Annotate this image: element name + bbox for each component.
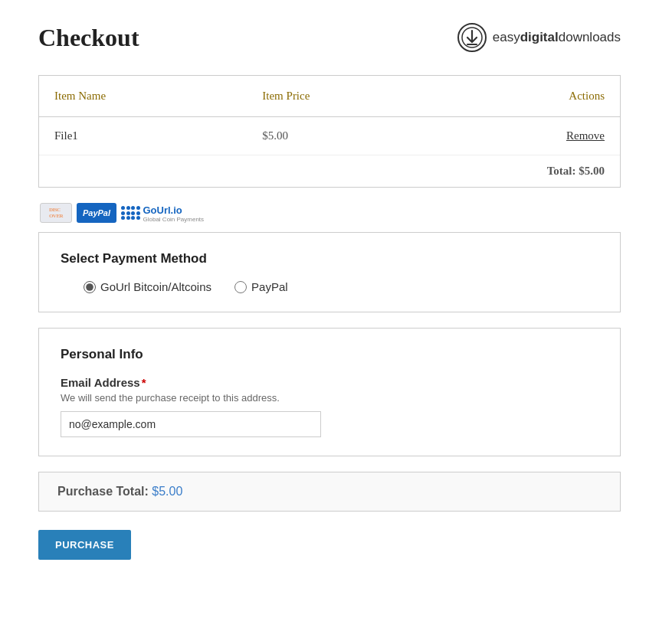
gourl-label: GoUrl.io (143, 204, 182, 216)
purchase-total-label: Purchase Total: (57, 485, 149, 498)
payment-icons-bar: DISCOVER PayPal GoUrl.io Global Coin Pay… (38, 203, 621, 223)
payment-options: GoUrl Bitcoin/Altcoins PayPal (61, 280, 598, 293)
brand-logo-icon (457, 23, 487, 52)
gourl-grid-icon (121, 206, 140, 220)
personal-info-section: Personal Info Email Address* We will sen… (38, 328, 621, 456)
payment-radio-gourl[interactable] (84, 281, 96, 293)
cart-item-name: File1 (39, 117, 247, 155)
payment-option-paypal[interactable]: PayPal (234, 280, 288, 293)
email-hint: We will send the purchase receipt to thi… (61, 392, 598, 404)
discover-icon: DISCOVER (40, 203, 72, 223)
cart-table-header-row: Item Name Item Price Actions (39, 76, 620, 117)
required-star: * (142, 376, 146, 389)
page-title: Checkout (38, 24, 139, 52)
personal-info-title: Personal Info (61, 347, 598, 362)
cart-row: File1 $5.00 Remove (39, 117, 620, 155)
cart-total-value: $5.00 (579, 165, 605, 177)
purchase-total-value: $5.00 (152, 485, 182, 498)
brand-digital: digital (520, 30, 559, 44)
page-wrapper: Checkout easydigitaldownloads Item Name … (0, 0, 659, 644)
purchase-total-text: Purchase Total: $5.00 (57, 485, 602, 499)
paypal-icon: PayPal (77, 203, 116, 223)
purchase-total-section: Purchase Total: $5.00 (38, 472, 621, 512)
email-input[interactable] (61, 411, 321, 437)
page-header: Checkout easydigitaldownloads (38, 23, 621, 52)
col-header-item-price: Item Price (247, 76, 445, 117)
payment-radio-paypal[interactable] (234, 281, 247, 293)
payment-method-title: Select Payment Method (61, 251, 598, 266)
gourl-sublabel: Global Coin Payments (143, 217, 205, 223)
cart-actions-cell: Remove (445, 117, 620, 155)
gourl-text-block: GoUrl.io Global Coin Payments (143, 204, 205, 223)
brand-downloads: downloads (559, 30, 621, 44)
brand-logo: easydigitaldownloads (457, 23, 621, 52)
brand-text: easydigitaldownloads (493, 30, 621, 45)
cart-total-label: Total: (547, 165, 576, 177)
email-label: Email Address* (61, 376, 598, 389)
payment-method-section: Select Payment Method GoUrl Bitcoin/Altc… (38, 232, 621, 312)
brand-easy: easy (493, 30, 520, 44)
remove-button[interactable]: Remove (566, 129, 605, 142)
cart-section: Item Name Item Price Actions File1 $5.00… (38, 75, 621, 188)
purchase-button[interactable]: PURCHASE (38, 530, 131, 560)
gourl-icon: GoUrl.io Global Coin Payments (121, 204, 204, 223)
payment-option-paypal-label: PayPal (251, 280, 288, 293)
cart-table: Item Name Item Price Actions File1 $5.00… (39, 76, 620, 187)
cart-total-cell: Total: $5.00 (39, 155, 620, 188)
col-header-item-name: Item Name (39, 76, 247, 117)
cart-item-price: $5.00 (247, 117, 445, 155)
payment-option-gourl-label: GoUrl Bitcoin/Altcoins (100, 280, 211, 293)
payment-option-gourl[interactable]: GoUrl Bitcoin/Altcoins (84, 280, 211, 293)
cart-total-row: Total: $5.00 (39, 155, 620, 188)
col-header-actions: Actions (445, 76, 620, 117)
